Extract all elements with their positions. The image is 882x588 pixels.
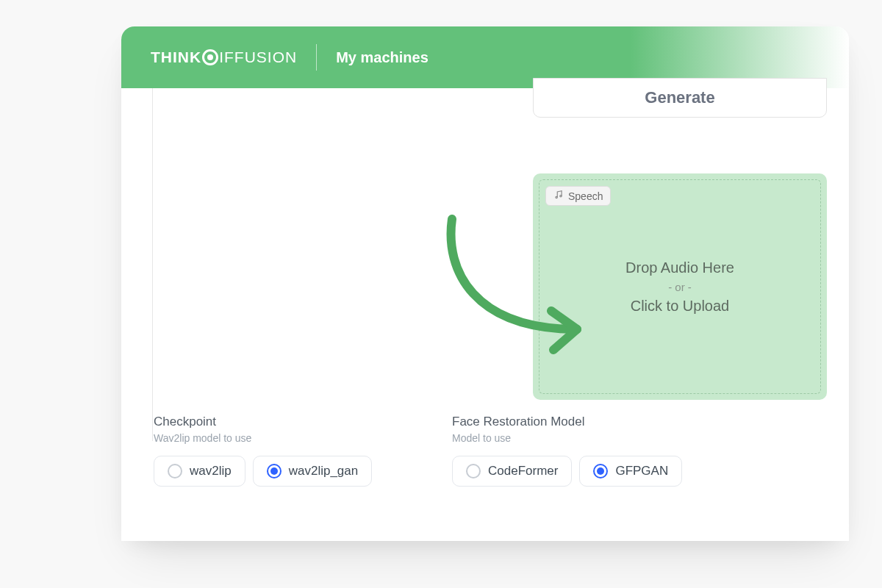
radio-wav2lip[interactable]: wav2lip — [154, 456, 245, 487]
radio-dot-icon — [466, 464, 481, 478]
dropzone-line1: Drop Audio Here — [625, 259, 734, 276]
topbar-divider — [316, 44, 317, 71]
checkpoint-title: Checkpoint — [154, 415, 372, 429]
face-restoration-title: Face Restoration Model — [452, 415, 682, 429]
checkpoint-group: Checkpoint Wav2lip model to use wav2lip … — [154, 415, 372, 487]
generate-label: Generate — [645, 88, 714, 107]
radio-label: GFPGAN — [615, 464, 668, 478]
checkpoint-subtitle: Wav2lip model to use — [154, 432, 372, 444]
radio-codeformer[interactable]: CodeFormer — [452, 456, 572, 487]
speech-chip-label: Speech — [568, 190, 603, 202]
radio-label: CodeFormer — [488, 464, 558, 478]
checkpoint-radio-row: wav2lip wav2lip_gan — [154, 456, 372, 487]
nav-title[interactable]: My machines — [336, 49, 429, 66]
dropzone-or: - or - — [668, 281, 692, 293]
dropzone-inner: Speech Drop Audio Here - or - Click to U… — [539, 179, 821, 394]
radio-dot-icon — [267, 464, 282, 478]
svg-point-0 — [556, 196, 557, 198]
radio-gfpgan[interactable]: GFPGAN — [579, 456, 682, 487]
radio-wav2lip-gan[interactable]: wav2lip_gan — [253, 456, 373, 487]
brand-think: THINK — [151, 49, 201, 66]
radio-dot-icon — [593, 464, 608, 478]
svg-point-1 — [560, 196, 562, 197]
dropzone-line2: Click to Upload — [631, 298, 730, 315]
face-restoration-radio-row: CodeFormer GFPGAN — [452, 456, 682, 487]
face-restoration-subtitle: Model to use — [452, 432, 682, 444]
content-area: Generate Speech Drop Audio Here - or - C… — [121, 88, 849, 541]
left-column-rule — [152, 88, 153, 441]
brand-diffusion: IFFUSION — [219, 49, 297, 66]
audio-dropzone[interactable]: Speech Drop Audio Here - or - Click to U… — [533, 173, 827, 400]
radio-label: wav2lip — [190, 464, 232, 478]
generate-button[interactable]: Generate — [533, 78, 827, 118]
app-window: THINK IFFUSION My machines Generate Spee… — [121, 26, 849, 541]
brand-logo: THINK IFFUSION — [151, 49, 297, 66]
face-restoration-group: Face Restoration Model Model to use Code… — [452, 415, 682, 487]
speech-chip: Speech — [545, 186, 611, 206]
brand-logo-icon — [202, 49, 218, 65]
radio-dot-icon — [168, 464, 182, 478]
radio-label: wav2lip_gan — [289, 464, 359, 478]
music-note-icon — [553, 190, 564, 202]
